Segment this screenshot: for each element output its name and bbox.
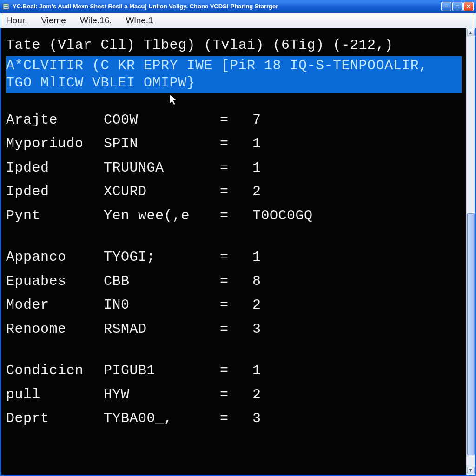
svg-rect-1: [4, 5, 8, 6]
menu-wile16[interactable]: Wile.16.: [80, 15, 112, 26]
window-title: YC.Beal: Jom's Audl Mexn Shest Resll a M…: [13, 3, 441, 10]
row-label: Renoome: [6, 321, 104, 338]
row-code: XCURD: [104, 183, 220, 201]
terminal-row: ArajteCO0W=7: [6, 112, 462, 129]
row-label: Epuabes: [6, 273, 104, 291]
terminal-row: pullHYW=2: [6, 386, 462, 404]
row-value: 8: [252, 273, 261, 291]
row-code: IN0: [104, 297, 220, 314]
row-gap: [6, 344, 462, 356]
row-label: Ipded: [6, 159, 104, 177]
row-value: 3: [252, 321, 261, 338]
menu-wlne1[interactable]: Wlne.1: [126, 15, 153, 26]
menubar: Hour. Vieme Wile.16. Wlne.1: [0, 13, 476, 28]
terminal-row: CondicienPIGUB1=1: [6, 362, 462, 380]
row-value: 2: [252, 183, 261, 201]
row-value: 7: [252, 112, 261, 129]
menu-hour[interactable]: Hour.: [6, 15, 27, 26]
row-gap: [6, 231, 462, 242]
row-equals: =: [220, 321, 252, 338]
scroll-thumb[interactable]: [467, 213, 475, 455]
row-code: CBB: [104, 273, 220, 291]
row-code: TYOGI;: [104, 249, 220, 266]
row-label: pull: [6, 386, 104, 404]
row-value: 2: [252, 297, 261, 314]
row-code: TRUUNGA: [104, 159, 220, 177]
row-label: Appanco: [6, 249, 104, 266]
minimize-button[interactable]: –: [441, 2, 451, 11]
terminal-output[interactable]: Tate (Vlar Cll) Tlbeg) (Tvlai) (6Tig) (-…: [1, 28, 466, 475]
row-value: 2: [252, 386, 261, 404]
row-code: RSMAD: [104, 321, 220, 338]
row-value: 1: [252, 159, 261, 177]
terminal-highlight-line[interactable]: A*CLVITIR (C KR EPRY IWE [PiR 18 IQ-S-TE…: [6, 56, 462, 93]
maximize-button[interactable]: □: [452, 2, 463, 11]
row-label: Myporiudo: [6, 135, 104, 153]
app-window: YC.Beal: Jom's Audl Mexn Shest Resll a M…: [0, 0, 476, 476]
row-label: Condicien: [6, 362, 104, 380]
row-label: Pynt: [6, 207, 104, 225]
row-label: Moder: [6, 297, 104, 314]
row-code: SPIN: [104, 135, 220, 153]
menu-vieme[interactable]: Vieme: [41, 15, 66, 26]
row-equals: =: [220, 273, 252, 291]
terminal-row: RenoomeRSMAD=3: [6, 321, 462, 338]
row-value: T0OC0GQ: [252, 207, 313, 225]
row-code: HYW: [104, 386, 220, 404]
content-area: Tate (Vlar Cll) Tlbeg) (Tvlai) (6Tig) (-…: [0, 28, 476, 476]
row-equals: =: [220, 410, 252, 428]
row-label: Deprt: [6, 410, 104, 428]
row-code: CO0W: [104, 112, 220, 129]
terminal-row: PyntYen wee(,e=T0OC0GQ: [6, 207, 462, 225]
row-value: 1: [252, 249, 261, 266]
close-button[interactable]: ✕: [463, 2, 474, 11]
row-code: PIGUB1: [104, 362, 220, 380]
row-value: 3: [252, 410, 261, 428]
svg-rect-2: [4, 7, 8, 8]
terminal-row: ModerIN0=2: [6, 297, 462, 314]
terminal-row: IpdedXCURD=2: [6, 183, 462, 201]
titlebar[interactable]: YC.Beal: Jom's Audl Mexn Shest Resll a M…: [0, 0, 476, 13]
row-label: Ipded: [6, 183, 104, 201]
terminal-row: MyporiudoSPIN=1: [6, 135, 462, 153]
row-equals: =: [220, 386, 252, 404]
row-equals: =: [220, 159, 252, 177]
app-icon: [2, 3, 10, 10]
vertical-scrollbar[interactable]: ▲ ▼: [466, 28, 475, 475]
scroll-up-button[interactable]: ▲: [467, 29, 475, 36]
row-label: Arajte: [6, 112, 104, 129]
row-equals: =: [220, 297, 252, 314]
terminal-row: IpdedTRUUNGA=1: [6, 159, 462, 177]
row-equals: =: [220, 362, 252, 380]
terminal-header-line: Tate (Vlar Cll) Tlbeg) (Tvlai) (6Tig) (-…: [6, 37, 462, 54]
row-value: 1: [252, 135, 261, 153]
terminal-row: DeprtTYBA00_,=3: [6, 410, 462, 428]
row-code: TYBA00_,: [104, 410, 220, 428]
row-equals: =: [220, 183, 252, 201]
row-equals: =: [220, 135, 252, 153]
scroll-track[interactable]: [467, 37, 475, 466]
row-code: Yen wee(,e: [104, 207, 220, 225]
scroll-down-button[interactable]: ▼: [467, 467, 475, 474]
row-equals: =: [220, 207, 252, 225]
window-controls: – □ ✕: [441, 2, 474, 11]
terminal-row: AppancoTYOGI;=1: [6, 249, 462, 266]
row-value: 1: [252, 362, 261, 380]
terminal-rows: ArajteCO0W=7MyporiudoSPIN=1IpdedTRUUNGA=…: [6, 112, 462, 428]
row-equals: =: [220, 112, 252, 129]
row-equals: =: [220, 249, 252, 266]
terminal-row: EpuabesCBB=8: [6, 273, 462, 291]
